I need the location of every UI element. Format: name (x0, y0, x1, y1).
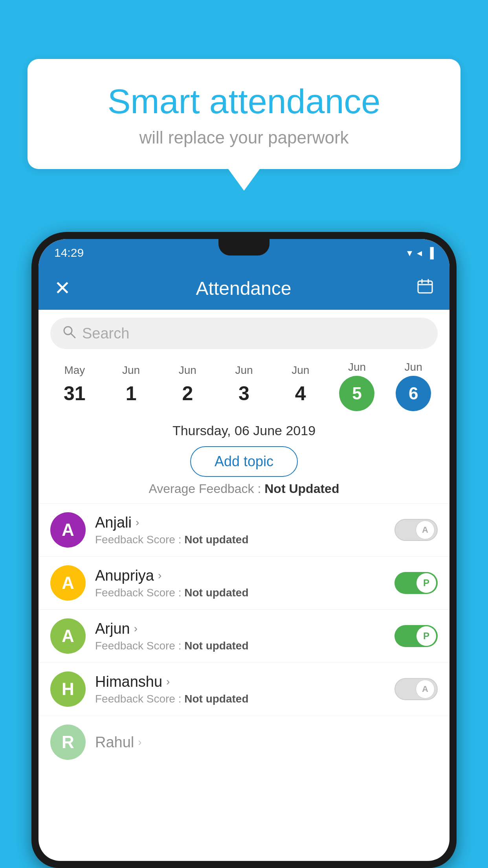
month-label-6: Jun (385, 357, 442, 376)
attendance-toggle-off[interactable]: A (394, 519, 438, 541)
month-label-5: Jun (329, 357, 385, 376)
speech-bubble-subtitle: will replace your paperwork (51, 128, 437, 147)
attendance-toggle-on[interactable]: P (394, 625, 438, 647)
day-number-0: 31 (46, 379, 103, 408)
list-item[interactable]: R Rahul › (39, 715, 449, 769)
date-col-2[interactable]: Jun 2 (159, 360, 216, 408)
search-bar[interactable]: Search (50, 318, 438, 349)
signal-icon: ◂ (417, 247, 422, 259)
day-number-4: 4 (272, 379, 329, 408)
phone-mockup: 14:29 ▾ ◂ ▐ ✕ Attendance (31, 232, 457, 868)
search-icon (62, 325, 76, 342)
student-name: Anupriya › (95, 567, 385, 584)
day-circle-green-5: 5 (339, 376, 374, 411)
attendance-toggle-on[interactable]: P (394, 572, 438, 594)
average-feedback-label: Average Feedback : (149, 482, 265, 496)
calendar-icon[interactable] (416, 278, 434, 299)
speech-bubble-title: Smart attendance (51, 83, 437, 121)
chevron-right-icon: › (158, 569, 161, 582)
svg-line-5 (71, 334, 75, 338)
day-number-2: 2 (159, 379, 216, 408)
app-title: Attendance (83, 278, 405, 299)
speech-bubble-arrow (228, 169, 260, 191)
date-col-1[interactable]: Jun 1 (103, 360, 160, 408)
chevron-right-icon: › (134, 622, 138, 635)
toggle-knob: A (416, 520, 435, 539)
student-info: Arjun › Feedback Score : Not updated (95, 620, 385, 652)
month-label-2: Jun (159, 360, 216, 379)
avatar: A (50, 618, 86, 654)
avatar: H (50, 671, 86, 707)
app-bar: ✕ Attendance (39, 267, 449, 310)
toggle-knob: P (416, 626, 436, 646)
speech-bubble: Smart attendance will replace your paper… (28, 59, 460, 169)
feedback-score: Feedback Score : Not updated (95, 693, 385, 705)
battery-icon: ▐ (427, 247, 434, 259)
student-name: Himanshu › (95, 673, 385, 690)
speech-bubble-section: Smart attendance will replace your paper… (28, 59, 460, 191)
calendar-months-row: May 31 Jun 1 Jun 2 Jun 3 Jun 4 Jun 5 (39, 357, 449, 411)
month-label-1: Jun (103, 360, 160, 379)
student-info: Himanshu › Feedback Score : Not updated (95, 673, 385, 705)
avatar: A (50, 565, 86, 601)
day-number-3: 3 (216, 379, 272, 408)
phone-notch (218, 239, 270, 256)
list-item[interactable]: H Himanshu › Feedback Score : Not update… (39, 662, 449, 715)
student-list: A Anjali › Feedback Score : Not updated … (39, 503, 449, 769)
svg-rect-0 (418, 281, 432, 293)
date-col-6[interactable]: Jun 6 (385, 357, 442, 411)
attendance-toggle-off[interactable]: A (394, 678, 438, 700)
date-col-5[interactable]: Jun 5 (329, 357, 385, 411)
date-col-0[interactable]: May 31 (46, 360, 103, 408)
status-icons: ▾ ◂ ▐ (407, 247, 434, 259)
average-feedback-value: Not Updated (264, 482, 339, 496)
date-col-3[interactable]: Jun 3 (216, 360, 272, 408)
search-placeholder: Search (82, 325, 129, 342)
month-label-0: May (46, 360, 103, 379)
feedback-score: Feedback Score : Not updated (95, 533, 385, 546)
student-name: Arjun › (95, 620, 385, 637)
close-button[interactable]: ✕ (54, 277, 71, 300)
add-topic-button[interactable]: Add topic (190, 446, 298, 477)
list-item[interactable]: A Anjali › Feedback Score : Not updated … (39, 503, 449, 556)
chevron-right-icon: › (138, 736, 141, 748)
avatar: A (50, 512, 86, 548)
selected-date: Thursday, 06 June 2019 (39, 415, 449, 442)
student-info: Anjali › Feedback Score : Not updated (95, 514, 385, 546)
feedback-score: Feedback Score : Not updated (95, 640, 385, 652)
student-name: Rahul › (95, 734, 438, 751)
chevron-right-icon: › (136, 516, 139, 529)
day-number-1: 1 (103, 379, 160, 408)
list-item[interactable]: A Arjun › Feedback Score : Not updated P (39, 609, 449, 662)
day-circle-blue-6: 6 (396, 376, 431, 411)
list-item[interactable]: A Anupriya › Feedback Score : Not update… (39, 556, 449, 609)
month-label-4: Jun (272, 360, 329, 379)
average-feedback: Average Feedback : Not Updated (39, 482, 449, 496)
status-time: 14:29 (54, 246, 84, 259)
month-label-3: Jun (216, 360, 272, 379)
toggle-knob: P (416, 573, 436, 593)
date-col-4[interactable]: Jun 4 (272, 360, 329, 408)
student-name: Anjali › (95, 514, 385, 531)
avatar: R (50, 725, 86, 760)
student-info: Rahul › (95, 734, 438, 751)
toggle-knob: A (416, 680, 435, 699)
feedback-score: Feedback Score : Not updated (95, 587, 385, 599)
student-info: Anupriya › Feedback Score : Not updated (95, 567, 385, 599)
chevron-right-icon: › (166, 675, 170, 688)
wifi-icon: ▾ (407, 247, 412, 259)
phone-screen: 14:29 ▾ ◂ ▐ ✕ Attendance (39, 239, 449, 861)
